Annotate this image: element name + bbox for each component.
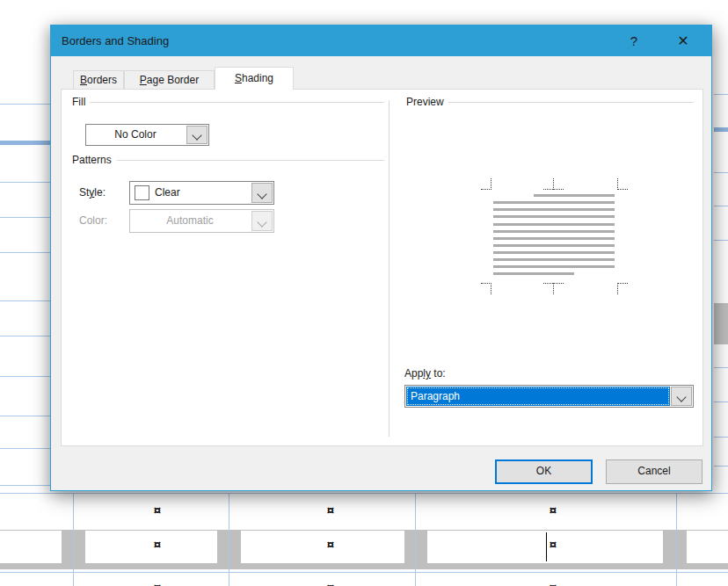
ok-button[interactable]: OK — [495, 459, 593, 484]
preview-text-bar — [493, 251, 615, 254]
end-of-cell-marker: ¤ — [543, 578, 563, 586]
preview-guide — [553, 283, 555, 294]
apply-to-dropdown-button[interactable] — [671, 387, 692, 406]
table-line — [714, 437, 728, 438]
cancel-button[interactable]: Cancel — [606, 459, 703, 484]
table-line — [0, 300, 50, 301]
pattern-color-dropdown-button — [251, 211, 273, 231]
preview-guide — [617, 283, 619, 294]
tab-page-border[interactable]: Page Border — [124, 70, 215, 89]
table-line — [0, 485, 50, 486]
table-column-border — [676, 493, 677, 586]
preview-text-bar — [493, 258, 615, 261]
patterns-group-label: Patterns — [72, 154, 112, 166]
preview-text-bar — [493, 208, 615, 211]
table-line — [714, 402, 728, 402]
end-of-cell-marker: ¤ — [543, 501, 563, 520]
end-of-cell-marker: ¤ — [321, 501, 340, 520]
chevron-down-icon — [192, 130, 201, 140]
dialog-titlebar[interactable]: Borders and Shading ? ✕ — [51, 25, 711, 56]
preview-text-bar — [493, 215, 615, 218]
pattern-color-label: Color: — [79, 214, 107, 227]
table-row-border — [0, 572, 728, 573]
preview-text-bar — [493, 201, 615, 204]
preview-guide — [617, 189, 628, 191]
pattern-style-value: Clear — [155, 182, 250, 204]
fill-color-value: No Color — [86, 125, 185, 145]
table-column-border — [73, 493, 74, 586]
fill-group-label: Fill — [72, 96, 85, 108]
preview-guide — [481, 189, 491, 191]
group-divider — [90, 102, 384, 103]
text-cursor[interactable] — [546, 532, 547, 561]
fill-color-combobox[interactable]: No Color — [85, 124, 209, 146]
preview-text-bar — [493, 223, 615, 226]
clear-style-swatch — [135, 185, 149, 200]
table-line — [0, 252, 50, 253]
table-line — [0, 448, 50, 449]
preview-text-bar — [493, 272, 574, 275]
fill-color-dropdown-button[interactable] — [186, 126, 207, 144]
preview-text-bar — [493, 230, 615, 233]
table-line — [0, 104, 50, 105]
chevron-down-icon — [257, 189, 266, 199]
table-line — [714, 466, 728, 467]
table-cell — [0, 531, 62, 563]
end-of-cell-marker: ¤ — [321, 535, 340, 554]
table-line — [714, 172, 728, 173]
preview-text-bar — [534, 194, 615, 197]
end-of-cell-marker: ¤ — [148, 535, 167, 554]
table-line — [0, 182, 50, 183]
end-of-cell-marker: ¤ — [148, 501, 167, 520]
preview-text-bar — [493, 237, 615, 240]
table-column-border — [229, 493, 229, 586]
table-line — [0, 217, 50, 218]
preview-text-bar — [493, 244, 615, 247]
close-icon[interactable]: ✕ — [672, 25, 695, 56]
table-column-border — [415, 493, 416, 586]
table-row-border — [0, 493, 728, 494]
apply-to-label: Apply to: — [404, 367, 446, 380]
apply-to-value: Paragraph — [406, 387, 670, 406]
chevron-down-icon — [676, 392, 686, 402]
group-divider — [448, 102, 694, 103]
end-of-cell-marker: ¤ — [321, 578, 340, 586]
table-line-thick — [714, 127, 728, 132]
table-line — [714, 367, 728, 368]
table-line-thick — [0, 141, 50, 145]
borders-and-shading-dialog: Borders and Shading ? ✕ Borders Page Bor… — [50, 25, 712, 491]
table-line — [0, 336, 50, 336]
table-line — [714, 206, 728, 206]
preview-guide — [491, 283, 492, 294]
preview-group-label: Preview — [406, 96, 444, 108]
group-divider — [117, 160, 384, 161]
table-line — [0, 376, 50, 377]
table-line — [714, 240, 728, 241]
shading-tab-panel: Fill No Color Patterns Style: Clear Colo… — [61, 89, 703, 446]
dialog-title: Borders and Shading — [62, 25, 169, 56]
end-of-cell-marker: ¤ — [148, 578, 167, 586]
preview-text-bar — [493, 265, 615, 268]
tab-borders[interactable]: Borders — [73, 70, 124, 89]
table-line — [0, 416, 50, 416]
chevron-down-icon — [257, 217, 266, 227]
pattern-style-dropdown-button[interactable] — [251, 183, 273, 203]
pattern-color-combobox: Automatic — [129, 209, 274, 233]
tab-shading[interactable]: Shading — [215, 67, 294, 90]
shaded-cell-fragment — [714, 303, 728, 344]
pattern-style-combobox[interactable]: Clear — [129, 181, 274, 205]
table-line — [714, 94, 728, 95]
panel-divider — [389, 100, 389, 437]
pattern-color-value: Automatic — [130, 210, 250, 232]
preview-guide — [543, 189, 564, 191]
table-cell — [687, 531, 728, 563]
style-label: Style: — [79, 186, 106, 199]
apply-to-combobox[interactable]: Paragraph — [404, 385, 694, 408]
help-icon[interactable]: ? — [622, 25, 645, 56]
